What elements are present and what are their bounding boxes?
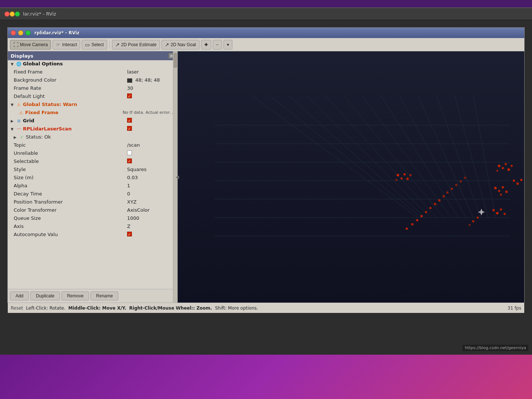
svg-point-48 (500, 208, 502, 211)
add-toolbar-button[interactable]: ✚ (201, 40, 211, 50)
rename-button[interactable]: Rename (91, 291, 118, 300)
scan-enabled-checkbox[interactable] (127, 126, 132, 131)
fixed-frame-warn-label: Fixed Frame (25, 110, 120, 116)
global-options-arrow[interactable]: ▼ (11, 61, 15, 67)
statusbar: Reset Left-Click: Rotate. Middle-Click: … (8, 303, 524, 313)
frame-rate-label: Frame Rate (14, 85, 124, 91)
svg-point-54 (400, 177, 403, 180)
rviz-close-btn[interactable] (11, 30, 16, 35)
axis-value[interactable]: Z (124, 224, 176, 229)
default-light-checkbox[interactable] (127, 93, 132, 98)
remove-toolbar-button[interactable]: − (213, 40, 222, 50)
default-light-row: Default Light (8, 93, 177, 101)
status-ok-row[interactable]: ▶ ✓ Status: Ok (8, 133, 177, 141)
shift-hint: Shift: More options. (215, 306, 258, 311)
svg-point-44 (505, 191, 508, 193)
default-light-label: Default Light (14, 93, 124, 99)
interact-button[interactable]: ☞ Interact (52, 40, 80, 50)
style-label: Style (14, 167, 124, 173)
camera-icon: ⛶ (13, 42, 18, 48)
autocompute-checkbox[interactable] (127, 232, 132, 236)
grid-row[interactable]: ▶ ⊞ Grid (8, 117, 177, 125)
size-value[interactable]: 0.03 (124, 175, 176, 181)
svg-point-46 (492, 209, 495, 211)
svg-point-42 (498, 190, 500, 192)
autocompute-value[interactable] (124, 232, 176, 238)
unreliable-value[interactable] (124, 150, 176, 157)
global-status-arrow[interactable]: ▼ (11, 102, 15, 108)
grid-enabled-checkbox[interactable] (127, 118, 132, 123)
panel-resize-handle[interactable]: ◀ (176, 51, 179, 303)
pose-estimate-label: 2D Pose Estimate (121, 42, 157, 47)
outer-max-btn[interactable] (15, 11, 20, 17)
selectable-checkbox[interactable] (127, 158, 132, 163)
duplicate-button[interactable]: Duplicate (30, 291, 60, 300)
decay-label: Decay Time (14, 191, 124, 197)
nav-goal-label: 2D Nav Goal (171, 42, 196, 47)
global-status-label: Global Status: Warn (23, 102, 176, 108)
select-button[interactable]: ▭ Select (82, 40, 107, 50)
chevron-down-icon: ▾ (227, 42, 229, 47)
frame-rate-value[interactable]: 30 (124, 85, 176, 91)
global-options-row[interactable]: ▼ 🌐 Global Options (8, 60, 177, 68)
global-status-row[interactable]: ▼ ⚠ Global Status: Warn (8, 101, 177, 109)
alpha-value[interactable]: 1 (124, 183, 176, 189)
pos-transform-value[interactable]: XYZ (124, 199, 176, 205)
autocompute-row: Autocompute Valu (8, 231, 177, 239)
scan-arrow[interactable]: ▼ (11, 126, 15, 132)
default-light-value[interactable] (124, 93, 176, 100)
svg-rect-0 (178, 51, 524, 303)
color-transform-value[interactable]: AxisColor (124, 207, 176, 213)
svg-point-23 (416, 219, 418, 221)
right-click-hint: Right-Click/Mouse Wheel:: Zoom. (129, 306, 212, 311)
grid-checkbox[interactable] (124, 118, 176, 124)
axis-label: Axis (14, 224, 124, 229)
outer-titlebar: lar.rviz* - RViz (0, 8, 532, 20)
minus-icon: − (216, 42, 219, 47)
add-button[interactable]: Add (10, 291, 29, 300)
website-badge: https://blog.csdn.net/geerniya (463, 345, 528, 351)
svg-point-34 (464, 177, 466, 179)
fps-counter: 31 fps (508, 306, 521, 311)
fixed-frame-value[interactable]: laser (124, 69, 176, 75)
scan-checkbox[interactable] (124, 126, 176, 132)
rviz-max-btn[interactable] (25, 30, 31, 35)
grid-arrow[interactable]: ▶ (11, 118, 15, 124)
color-swatch[interactable] (127, 78, 132, 83)
rviz-min-btn[interactable] (18, 30, 23, 35)
topic-value[interactable]: /scan (124, 142, 176, 148)
bottom-taskbar (0, 355, 532, 399)
color-transform-row: Color Transformer AxisColor (8, 207, 177, 215)
reset-button[interactable]: Reset (11, 306, 23, 311)
scan-row[interactable]: ▼ 〰 RPLidarLaserScan (8, 125, 177, 133)
outer-close-btn[interactable] (4, 11, 10, 17)
decay-value[interactable]: 0 (124, 191, 176, 197)
selectable-value[interactable] (124, 158, 176, 165)
style-value[interactable]: Squares (124, 167, 176, 173)
decay-row: Decay Time 0 (8, 190, 177, 198)
unreliable-row: Unreliable (8, 150, 177, 158)
3d-viewport[interactable] (178, 51, 524, 303)
outer-window-title: lar.rviz* - RViz (23, 11, 56, 17)
axis-row: Axis Z (8, 223, 177, 231)
queue-size-value[interactable]: 1000 (124, 215, 176, 221)
resize-arrow-icon: ◀ (175, 174, 179, 180)
bg-color-label: Background Color (14, 77, 124, 83)
nav-goal-button[interactable]: ↗ 2D Nav Goal (161, 40, 200, 50)
status-ok-label: Status: Ok (26, 134, 176, 140)
unreliable-checkbox[interactable] (127, 150, 132, 155)
svg-point-57 (409, 174, 412, 176)
rviz-titlebar: rplidar.rviz* - RViz (8, 28, 524, 38)
pose-estimate-button[interactable]: ↗ 2D Pose Estimate (112, 40, 160, 50)
alpha-row: Alpha 1 (8, 182, 177, 190)
svg-point-60 (477, 216, 479, 219)
svg-point-24 (420, 215, 423, 217)
status-ok-arrow[interactable]: ▶ (14, 134, 18, 140)
outer-min-btn[interactable] (10, 11, 15, 17)
svg-point-31 (451, 188, 453, 190)
dropdown-toolbar-button[interactable]: ▾ (224, 40, 232, 50)
remove-button[interactable]: Remove (61, 291, 89, 300)
move-camera-button[interactable]: ⛶ Move Camera (10, 40, 51, 50)
panel-content[interactable]: ▼ 🌐 Global Options Fixed Frame laser Bac… (8, 60, 177, 289)
svg-point-22 (411, 223, 413, 225)
